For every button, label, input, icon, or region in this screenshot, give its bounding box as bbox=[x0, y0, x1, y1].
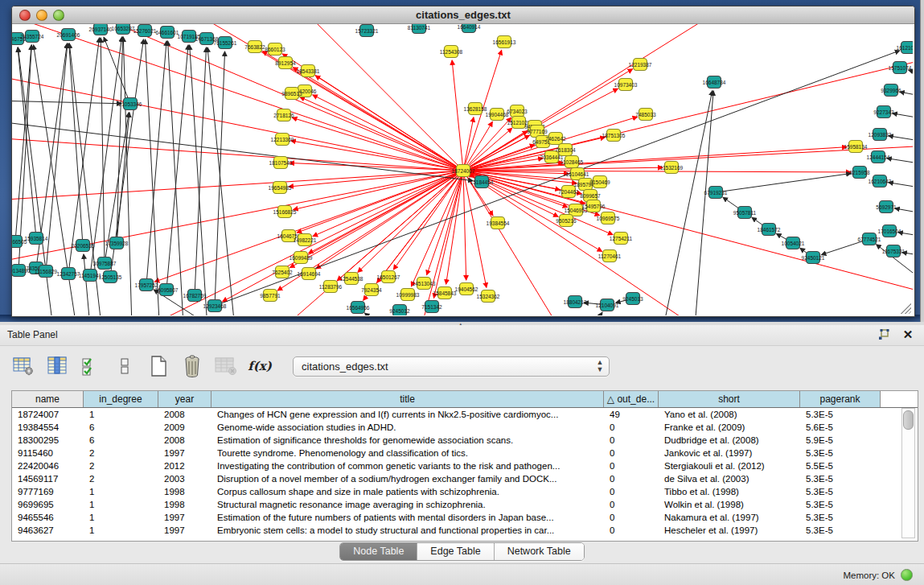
graph-edge[interactable] bbox=[12, 74, 463, 171]
table-row[interactable]: 1938455462009Genome-wide association stu… bbox=[12, 421, 918, 434]
close-panel-icon[interactable]: ✕ bbox=[901, 328, 914, 341]
graph-edge[interactable] bbox=[300, 97, 463, 171]
function-builder-icon[interactable]: f(x) bbox=[248, 354, 272, 378]
graph-edge[interactable] bbox=[895, 208, 913, 217]
table-cell: 5.3E-5 bbox=[800, 485, 881, 498]
graph-node-label: 16640914 bbox=[458, 24, 481, 30]
graph-edge[interactable] bbox=[692, 91, 713, 315]
graph-edge[interactable] bbox=[46, 43, 68, 271]
table-cell: Genome-wide association studies in ADHD. bbox=[211, 421, 604, 434]
graph-edge[interactable] bbox=[446, 171, 463, 284]
graph-edge[interactable] bbox=[84, 254, 92, 315]
tab-edge-table[interactable]: Edge Table bbox=[417, 543, 494, 560]
new-table-icon[interactable] bbox=[146, 354, 170, 378]
graph-edge[interactable] bbox=[12, 24, 463, 171]
graph-edge[interactable] bbox=[889, 183, 913, 192]
graph-node-label: 21053346 bbox=[119, 101, 142, 107]
column-header-6[interactable]: pagerank bbox=[800, 391, 881, 407]
graph-edge[interactable] bbox=[313, 95, 463, 171]
graph-node-label: 7924354 bbox=[361, 287, 382, 293]
graph-edge[interactable] bbox=[15, 45, 31, 241]
column-header-3[interactable]: title bbox=[211, 391, 604, 407]
scrollbar-thumb[interactable] bbox=[903, 410, 914, 430]
network-graph[interactable]: 1872400776638228660123891295418543381224… bbox=[12, 24, 913, 315]
table-cell: Investigating the contribution of common… bbox=[211, 459, 604, 472]
graph-edge[interactable] bbox=[123, 37, 133, 315]
table-row[interactable]: 911546021997Tourette syndrome. Phenomeno… bbox=[12, 447, 918, 459]
graph-edge[interactable] bbox=[889, 136, 913, 145]
tab-network-table[interactable]: Network Table bbox=[495, 543, 584, 560]
float-panel-icon[interactable] bbox=[877, 328, 890, 341]
table-toolbar: f(x) citations_edges.txt ▲▼ bbox=[0, 346, 924, 386]
column-header-4[interactable]: △ out_de... bbox=[604, 391, 659, 407]
graph-edge[interactable] bbox=[452, 60, 463, 171]
table-selector-dropdown[interactable]: citations_edges.txt ▲▼ bbox=[293, 356, 610, 377]
hidden-panel-edge[interactable] bbox=[920, 0, 924, 325]
graph-edge[interactable] bbox=[463, 57, 913, 171]
table-row[interactable]: 1872400712008Changes of HCN gene express… bbox=[12, 408, 918, 421]
graph-edge[interactable] bbox=[293, 68, 463, 171]
table-row[interactable]: 977716911998Corpus callosum shape and si… bbox=[12, 485, 918, 498]
graph-edge[interactable] bbox=[146, 41, 166, 285]
graph-edge[interactable] bbox=[18, 47, 36, 238]
graph-edge[interactable] bbox=[195, 47, 206, 295]
graph-edge[interactable] bbox=[293, 117, 463, 171]
column-header-1[interactable]: in_degree bbox=[84, 391, 158, 407]
graph-edge[interactable] bbox=[290, 163, 463, 171]
graph-node-label: 7151342 bbox=[421, 304, 442, 310]
table-row[interactable]: 946362711997Embryonic stem cells: a mode… bbox=[12, 524, 918, 537]
graph-node-label: 15845843 bbox=[433, 290, 457, 296]
table-settings-icon[interactable] bbox=[11, 354, 35, 378]
graph-node-label: 10973403 bbox=[614, 82, 638, 88]
table-row[interactable]: 1456911722003Disruption of a novel membe… bbox=[12, 472, 918, 485]
table-row[interactable]: 2242004622012Investigating the contribut… bbox=[12, 459, 918, 472]
table-cell: 19384554 bbox=[12, 421, 84, 434]
window-resize-grip[interactable] bbox=[901, 303, 911, 314]
table-row[interactable]: 969969511998Structural magnetic resonanc… bbox=[12, 498, 918, 511]
graph-edge[interactable] bbox=[190, 45, 209, 315]
graph-edge[interactable] bbox=[104, 37, 130, 104]
select-columns-check-icon[interactable] bbox=[79, 354, 103, 378]
graph-node-label: 95057811 bbox=[733, 210, 757, 216]
graph-edge[interactable] bbox=[358, 171, 463, 272]
graph-edge[interactable] bbox=[887, 159, 913, 167]
graph-node-label: 12219387 bbox=[629, 62, 652, 68]
toggle-rows-icon[interactable] bbox=[113, 354, 137, 378]
delete-column-icon[interactable] bbox=[180, 354, 204, 378]
network-canvas[interactable]: 1872400776638228660123891295418543381224… bbox=[12, 24, 913, 315]
column-select-icon[interactable] bbox=[45, 354, 69, 378]
table-row[interactable]: 946554611997Estimation of the future num… bbox=[12, 511, 918, 524]
graph-edge[interactable] bbox=[463, 171, 466, 280]
graph-edge[interactable] bbox=[101, 38, 105, 263]
graph-edge[interactable] bbox=[313, 171, 463, 237]
tab-node-table[interactable]: Node Table bbox=[340, 543, 417, 560]
column-header-2[interactable]: year bbox=[158, 391, 211, 407]
graph-edge[interactable] bbox=[900, 92, 913, 101]
graph-node-label: 5692971 bbox=[876, 204, 897, 210]
graph-edge[interactable] bbox=[575, 312, 602, 315]
table-cell: Franke et al. (2009) bbox=[659, 421, 800, 434]
column-header-0[interactable]: name bbox=[12, 391, 84, 407]
graph-node-label: 16104641 bbox=[566, 171, 589, 177]
graph-edge[interactable] bbox=[12, 138, 463, 171]
table-cell: 2008 bbox=[158, 408, 211, 421]
graph-edge[interactable] bbox=[207, 47, 237, 315]
graph-edge[interactable] bbox=[315, 76, 463, 171]
network-window-titlebar[interactable]: citations_edges.txt bbox=[12, 6, 914, 24]
column-header-5[interactable]: short bbox=[659, 391, 800, 407]
graph-edge[interactable] bbox=[893, 113, 913, 122]
memory-status-indicator[interactable] bbox=[901, 569, 913, 581]
graph-edge[interactable] bbox=[300, 24, 463, 171]
graph-edge[interactable] bbox=[909, 70, 913, 80]
graph-edge[interactable] bbox=[215, 51, 900, 306]
table-cell: 2008 bbox=[158, 434, 211, 447]
table-vertical-scrollbar[interactable] bbox=[901, 408, 915, 538]
table-row[interactable]: 1830029562008Estimation of significance … bbox=[12, 434, 918, 447]
graph-node-label: 15276021 bbox=[133, 28, 157, 34]
graph-node-label: 26937140 bbox=[89, 27, 113, 32]
graph-edge[interactable] bbox=[657, 91, 713, 315]
graph-edge[interactable] bbox=[215, 51, 225, 306]
graph-edge[interactable] bbox=[716, 174, 851, 192]
delete-table-icon[interactable] bbox=[214, 354, 238, 378]
table-cell: Corpus callosum shape and size in male p… bbox=[211, 485, 604, 498]
